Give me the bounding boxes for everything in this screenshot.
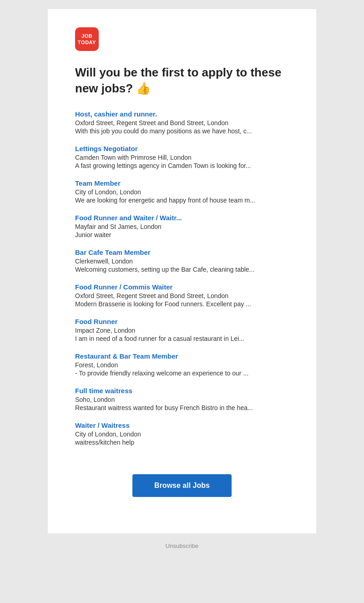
job-list: Host, cashier and runner.Oxford Street, … bbox=[75, 110, 289, 456]
job-item: Bar Cafe Team MemberClerkenwell, LondonW… bbox=[75, 248, 289, 273]
job-title[interactable]: Food Runner and Waiter / Waitr... bbox=[75, 214, 289, 222]
job-description: With this job you could do many position… bbox=[75, 127, 289, 135]
job-item: Food RunnerImpact Zone, LondonI am in ne… bbox=[75, 318, 289, 342]
job-item: Waiter / WaitressCity of London, Londonw… bbox=[75, 421, 289, 446]
job-location: Mayfair and St James, London bbox=[75, 223, 289, 230]
job-title[interactable]: Restaurant & Bar Team Member bbox=[75, 352, 289, 360]
job-item: Lettings NegotiatorCamden Town with Prim… bbox=[75, 145, 289, 169]
job-description: Modern Brasserie is looking for Food run… bbox=[75, 300, 289, 308]
job-title[interactable]: Team Member bbox=[75, 179, 289, 187]
job-location: Soho, London bbox=[75, 396, 289, 403]
email-container: JOB TODAY Will you be the first to apply… bbox=[48, 9, 316, 533]
job-title[interactable]: Full time waitress bbox=[75, 387, 289, 395]
job-description: A fast growing lettings agency in Camden… bbox=[75, 162, 289, 169]
job-title[interactable]: Bar Cafe Team Member bbox=[75, 248, 289, 256]
job-description: Restaurant waitress wanted for busy Fren… bbox=[75, 404, 289, 411]
job-location: City of London, London bbox=[75, 431, 289, 438]
headline: Will you be the first to apply to these … bbox=[75, 65, 289, 96]
job-item: Team MemberCity of London, LondonWe are … bbox=[75, 179, 289, 204]
logo-line1: JOB bbox=[81, 33, 92, 39]
job-item: Food Runner / Commis WaiterOxford Street… bbox=[75, 283, 289, 308]
job-description: We are looking for energetic and happy f… bbox=[75, 197, 289, 204]
job-location: Oxford Street, Regent Street and Bond St… bbox=[75, 119, 289, 127]
job-description: Junior waiter bbox=[75, 231, 289, 238]
job-item: Food Runner and Waiter / Waitr...Mayfair… bbox=[75, 214, 289, 238]
job-title[interactable]: Food Runner bbox=[75, 318, 289, 325]
job-title[interactable]: Food Runner / Commis Waiter bbox=[75, 283, 289, 291]
footer: Unsubscribe bbox=[48, 542, 316, 549]
job-location: Impact Zone, London bbox=[75, 327, 289, 334]
logo-line2: TODAY bbox=[78, 39, 96, 46]
job-description: Welcoming customers, setting up the Bar … bbox=[75, 266, 289, 273]
cta-container: Browse all Jobs bbox=[75, 474, 289, 497]
job-item: Full time waitressSoho, LondonRestaurant… bbox=[75, 387, 289, 411]
job-item: Host, cashier and runner.Oxford Street, … bbox=[75, 110, 289, 135]
job-description: - To provide friendly relaxing welcome a… bbox=[75, 370, 289, 377]
job-location: Camden Town with Primrose Hill, London bbox=[75, 154, 289, 161]
job-today-logo: JOB TODAY bbox=[75, 27, 99, 51]
browse-all-jobs-button[interactable]: Browse all Jobs bbox=[132, 474, 232, 497]
job-description: I am in need of a food runner for a casu… bbox=[75, 335, 289, 342]
job-location: Clerkenwell, London bbox=[75, 258, 289, 265]
job-description: waitress/kitchen help bbox=[75, 439, 289, 446]
job-location: City of London, London bbox=[75, 188, 289, 196]
job-location: Oxford Street, Regent Street and Bond St… bbox=[75, 292, 289, 299]
job-title[interactable]: Waiter / Waitress bbox=[75, 421, 289, 429]
job-title[interactable]: Lettings Negotiator bbox=[75, 145, 289, 152]
job-item: Restaurant & Bar Team MemberForest, Lond… bbox=[75, 352, 289, 377]
unsubscribe-link[interactable]: Unsubscribe bbox=[166, 542, 198, 549]
job-title[interactable]: Host, cashier and runner. bbox=[75, 110, 289, 118]
job-location: Forest, London bbox=[75, 361, 289, 369]
logo-container: JOB TODAY bbox=[75, 27, 289, 51]
